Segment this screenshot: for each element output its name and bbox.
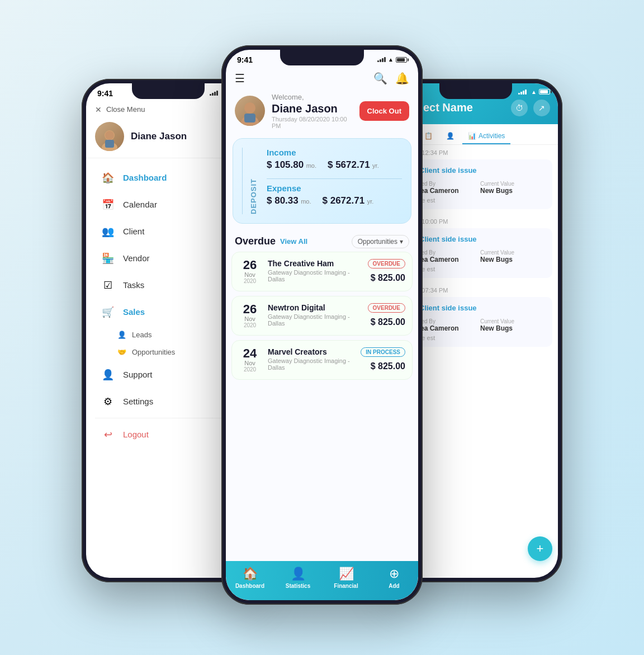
- nav-dashboard[interactable]: 🏠 Dashboard: [226, 567, 274, 589]
- activity-title: 👤 Client side issue: [405, 234, 547, 245]
- nav-statistics-label: Statistics: [286, 583, 310, 589]
- close-icon: ✕: [95, 105, 102, 114]
- date-year: 2020: [239, 366, 261, 373]
- overdue-list: 26 Nov 2020 The Creative Ham Gateway Dia…: [226, 252, 418, 561]
- item-right: OVERDUE $ 825.00: [368, 259, 405, 283]
- finance-divider: [267, 178, 402, 179]
- item-sub: Gateway Diagnostic Imaging - Dallas: [268, 313, 361, 327]
- svg-rect-6: [244, 114, 255, 122]
- finance-content: Income $ 105.80 mo. $ 5672.71 yr.: [267, 148, 402, 214]
- overdue-header: Overdue View All Opportunities ▾: [226, 230, 418, 252]
- calendar-label: Calendar: [123, 200, 157, 209]
- list-item[interactable]: 26 Nov 2020 Newtron Digital Gateway Diag…: [231, 296, 413, 336]
- opportunities-icon: 🤝: [117, 348, 126, 356]
- center-battery-icon: [396, 57, 407, 63]
- view-all-link[interactable]: View All: [280, 237, 307, 246]
- current-value-label: Current Value: [480, 249, 547, 256]
- list-item[interactable]: 24 Nov 2020 Marvel Creators Gateway Diag…: [231, 340, 413, 380]
- right-signal-icon: [518, 89, 527, 95]
- logout-icon: ↩: [102, 428, 114, 441]
- old-value: d Value est: [405, 197, 547, 204]
- left-notch: [132, 83, 205, 99]
- income-monthly-value: $ 105.80: [267, 159, 304, 170]
- tasks-icon: ☑: [102, 279, 114, 291]
- expense-title: Expense: [267, 183, 402, 193]
- item-sub: Gateway Diagnostic Imaging - Dallas: [268, 269, 361, 282]
- support-label: Support: [123, 370, 153, 379]
- current-value-block: Current Value New Bugs: [480, 249, 547, 263]
- welcome-date: Thursday 08/20/2020 10:00 PM: [272, 116, 353, 129]
- left-time: 9:41: [97, 89, 113, 98]
- current-value: New Bugs: [480, 324, 547, 332]
- hamburger-icon[interactable]: ☰: [235, 72, 245, 85]
- center-status-icons: ▲: [377, 56, 407, 63]
- filter-dropdown[interactable]: Opportunities ▾: [352, 235, 409, 248]
- list-item[interactable]: 26 Nov 2020 The Creative Ham Gateway Dia…: [231, 252, 413, 291]
- nav-financial-label: Financial: [334, 583, 358, 589]
- old-value: d Value est: [405, 266, 547, 272]
- activity-fields: Changed By Andrea Cameron Current Value …: [405, 249, 547, 263]
- date-month: Nov: [239, 360, 261, 366]
- date-year: 2020: [239, 322, 261, 328]
- timer-icon[interactable]: ⏱: [511, 100, 528, 116]
- nav-stats-icon: 👤: [291, 567, 306, 581]
- main-top-bar: ☰ 🔍 🔔: [226, 67, 418, 88]
- activities-icon: 📊: [468, 132, 476, 140]
- clock-out-button[interactable]: Clock Out: [359, 101, 409, 121]
- leads-label: Leads: [132, 331, 151, 339]
- date-month: Nov: [239, 271, 261, 278]
- signal-icon: [210, 91, 218, 96]
- client-label: Client: [123, 227, 144, 236]
- current-value-block: Current Value New Bugs: [480, 181, 547, 195]
- income-amounts: $ 105.80 mo. $ 5672.71 yr.: [267, 159, 402, 171]
- old-value: d Value est: [405, 334, 547, 341]
- project-title-row: Project Name ⏱ ↗: [401, 100, 550, 116]
- main-screen: 9:41 ▲ ☰ 🔍: [226, 50, 418, 600]
- tab-card[interactable]: 👤: [441, 129, 460, 144]
- svg-rect-3: [105, 140, 114, 148]
- item-name: Newtron Digital: [268, 303, 361, 312]
- activity-title-text: Client side issue: [419, 166, 477, 175]
- date-year: 2020: [239, 278, 261, 284]
- income-yearly-unit: yr.: [372, 162, 379, 169]
- item-right: IN PROCESS $ 825.00: [361, 347, 405, 371]
- vendor-label: Vendor: [123, 253, 150, 263]
- expense-yearly-unit: yr.: [367, 198, 374, 205]
- nav-add[interactable]: ⊕ Add: [370, 567, 418, 589]
- top-icons: 🔍 🔔: [373, 72, 409, 85]
- dashboard-label: Dashboard: [123, 173, 167, 182]
- sales-icon: 🛒: [102, 306, 114, 318]
- support-icon: 👤: [102, 369, 114, 381]
- item-details: The Creative Ham Gateway Diagnostic Imag…: [268, 259, 361, 282]
- income-monthly-unit: mo.: [306, 162, 316, 169]
- nav-financial[interactable]: 📈 Financial: [322, 567, 370, 589]
- overdue-title: Overdue: [235, 235, 276, 247]
- date-day: 26: [239, 303, 261, 315]
- close-menu-button[interactable]: ✕ Close Menu: [95, 105, 242, 114]
- search-icon[interactable]: 🔍: [373, 72, 387, 85]
- center-phone: 9:41 ▲ ☰ 🔍: [221, 45, 423, 605]
- center-wifi-icon: ▲: [388, 56, 394, 63]
- activity-title-text: Client side issue: [419, 304, 477, 312]
- share-icon[interactable]: ↗: [533, 100, 550, 116]
- tab-activities[interactable]: 📊 Activities: [462, 129, 510, 144]
- notification-icon[interactable]: 🔔: [395, 72, 409, 85]
- welcome-section: Welcome, Diane Jason Thursday 08/20/2020…: [226, 88, 418, 131]
- date-block: 24 Nov 2020: [239, 347, 261, 373]
- activity-fields: Changed By Andrea Cameron Current Value …: [405, 318, 547, 332]
- date-day: 26: [239, 259, 261, 271]
- current-value-block: Current Value New Bugs: [480, 318, 547, 332]
- right-wifi-icon: ▲: [531, 89, 537, 95]
- nav-statistics[interactable]: 👤 Statistics: [274, 567, 322, 589]
- filter-chevron-icon: ▾: [400, 238, 403, 246]
- fab-add-button[interactable]: +: [528, 536, 552, 561]
- center-notch: [280, 50, 364, 65]
- old-val-text: est: [427, 334, 435, 341]
- old-val-text: est: [427, 197, 435, 204]
- finance-card: Deposit Income $ 105.80 mo. $ 5672.71 yr…: [233, 138, 411, 224]
- item-name: The Creative Ham: [268, 259, 361, 268]
- nav-add-icon: ⊕: [389, 567, 399, 581]
- item-details: Marvel Creators Gateway Diagnostic Imagi…: [268, 347, 354, 371]
- current-value: New Bugs: [480, 256, 547, 263]
- logout-label: Logout: [123, 430, 149, 439]
